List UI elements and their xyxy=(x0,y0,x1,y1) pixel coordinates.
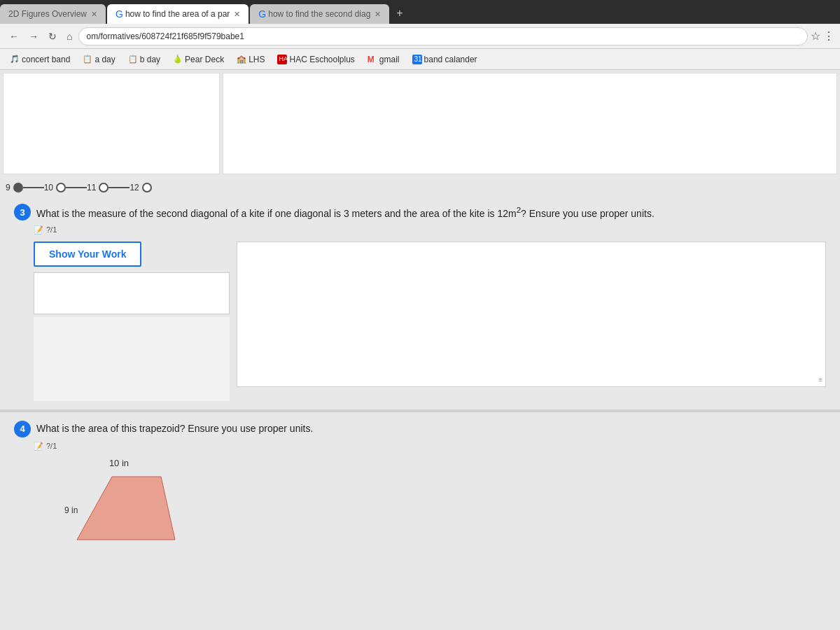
question-4-header: 4 What is the area of this trapezoid? En… xyxy=(14,421,826,438)
question-3-points: 📝 ?/1 xyxy=(34,225,826,234)
bookmark-gmail-label: gmail xyxy=(379,55,400,64)
trapezoid-svg: 9 in xyxy=(56,470,196,547)
page-dot-row: 9 10 11 12 xyxy=(6,183,152,192)
tab-area-label: how to find the area of a par xyxy=(125,9,230,19)
bookmark-b-day[interactable]: 📋 b day xyxy=(124,53,164,66)
q4-points-icon: 📝 xyxy=(34,442,43,451)
bookmark-lhs-label: LHS xyxy=(248,55,265,64)
question-3-suffix: ? Ensure you use proper units. xyxy=(521,208,654,219)
a-day-icon: 📋 xyxy=(83,55,92,64)
page-navigation: 9 10 11 12 xyxy=(0,177,840,195)
tab-diag-label: how to find the second diag xyxy=(268,9,370,19)
question-3-main-text: What is the measure of the second diagon… xyxy=(36,208,517,219)
top-left-image xyxy=(3,73,220,174)
tab-bar: 2D Figures Overview ✕ G how to find the … xyxy=(0,0,840,24)
points-icon: 📝 xyxy=(34,225,43,234)
page-line-10-11 xyxy=(66,187,87,188)
refresh-button[interactable]: ↻ xyxy=(45,29,60,43)
star-icon[interactable]: ☆ xyxy=(811,29,820,43)
tab-area-par[interactable]: G how to find the area of a par ✕ xyxy=(107,4,248,24)
tab-2d-close[interactable]: ✕ xyxy=(91,10,97,19)
question-4-number: 4 xyxy=(14,421,31,438)
bookmark-b-day-label: b day xyxy=(140,55,160,64)
svg-marker-0 xyxy=(77,477,175,540)
show-work-button[interactable]: Show Your Work xyxy=(34,241,141,267)
gmail-icon: M xyxy=(368,55,377,64)
page-num-11: 11 xyxy=(87,183,96,192)
top-right-image xyxy=(223,73,837,174)
forward-button[interactable]: → xyxy=(25,29,42,43)
tab-diag-close[interactable]: ✕ xyxy=(374,10,381,19)
trapezoid-side-label: 9 in xyxy=(64,505,78,515)
bookmark-lhs[interactable]: 🏫 LHS xyxy=(232,53,269,66)
question-4-points: 📝 ?/1 xyxy=(34,442,826,451)
page-line-11-12 xyxy=(108,187,130,188)
nav-bar: ← → ↻ ⌂ ☆ ⋮ xyxy=(0,24,840,49)
question-3-number: 3 xyxy=(14,204,31,220)
band-cal-icon: 31 xyxy=(412,55,422,64)
trapezoid-top-label: 10 in xyxy=(56,458,182,468)
bookmarks-bar: 🎵 concert band 📋 a day 📋 b day 🍐 Pear De… xyxy=(0,49,840,70)
lhs-icon: 🏫 xyxy=(237,55,246,64)
tab-2d-figures[interactable]: 2D Figures Overview ✕ xyxy=(0,4,106,24)
tab-second-diag[interactable]: G how to find the second diag ✕ xyxy=(250,4,389,24)
question-4-points-value: ?/1 xyxy=(46,442,57,450)
google-icon: G xyxy=(115,8,123,20)
question-3-header: 3 What is the measure of the second diag… xyxy=(14,204,826,221)
bookmark-pear-deck[interactable]: 🍐 Pear Deck xyxy=(169,53,228,66)
bookmark-concert-band[interactable]: 🎵 concert band xyxy=(6,53,74,66)
google-icon2: G xyxy=(258,8,266,20)
left-answer-box-top xyxy=(34,272,230,314)
bookmark-a-day-label: a day xyxy=(94,55,115,64)
page-dot-9[interactable] xyxy=(13,183,23,192)
home-button[interactable]: ⌂ xyxy=(63,29,76,43)
question-3-right-answer: ≡ xyxy=(237,241,826,401)
bookmark-gmail[interactable]: M gmail xyxy=(363,53,404,66)
page-dot-10[interactable] xyxy=(56,183,66,192)
address-bar[interactable] xyxy=(78,27,808,46)
question-3-block: 3 What is the measure of the second diag… xyxy=(0,195,840,410)
new-tab-button[interactable]: + xyxy=(391,4,408,22)
trapezoid-figure: 10 in 9 in xyxy=(56,458,826,549)
page-dot-12[interactable] xyxy=(142,183,152,192)
tab-2d-label: 2D Figures Overview xyxy=(8,9,87,19)
question-3-text: What is the measure of the second diagon… xyxy=(36,204,826,221)
hac-icon: HAC xyxy=(277,55,287,64)
page-num-9: 9 xyxy=(6,183,10,192)
question-3-points-value: ?/1 xyxy=(46,225,57,234)
page-num-12: 12 xyxy=(130,183,139,192)
browser-chrome: 2D Figures Overview ✕ G how to find the … xyxy=(0,0,840,70)
pear-deck-icon: 🍐 xyxy=(173,55,183,64)
question-3-answer-area: Show Your Work ≡ xyxy=(34,241,826,401)
menu-icon[interactable]: ⋮ xyxy=(823,29,834,43)
b-day-icon: 📋 xyxy=(128,55,138,64)
concert-band-icon: 🎵 xyxy=(10,55,20,64)
page-dot-11[interactable] xyxy=(99,183,108,192)
bookmark-pear-deck-label: Pear Deck xyxy=(185,55,224,64)
top-content-strip xyxy=(0,70,840,174)
question-4-block: 4 What is the area of this trapezoid? En… xyxy=(0,412,840,557)
bookmark-band-cal-label: band calander xyxy=(424,55,477,64)
page-line-9-10 xyxy=(23,187,44,188)
left-answer-box-bottom xyxy=(34,317,230,401)
back-button[interactable]: ← xyxy=(6,29,22,43)
question-4-text: What is the area of this trapezoid? Ensu… xyxy=(36,421,826,436)
bookmark-hac-label: HAC Eschoolplus xyxy=(289,55,354,64)
question-3-left-answer: Show Your Work xyxy=(34,241,230,401)
page-content: 9 10 11 12 3 What is the measure of the … xyxy=(0,70,840,630)
drag-handle-icon[interactable]: ≡ xyxy=(818,376,822,384)
tab-area-close[interactable]: ✕ xyxy=(234,10,240,19)
bookmark-a-day[interactable]: 📋 a day xyxy=(78,53,119,66)
bookmark-band-cal[interactable]: 31 band calander xyxy=(408,53,482,66)
page-num-10: 10 xyxy=(44,183,53,192)
right-answer-box[interactable]: ≡ xyxy=(237,241,826,387)
bookmark-concert-band-label: concert band xyxy=(22,55,70,64)
bookmark-hac[interactable]: HAC HAC Eschoolplus xyxy=(273,53,358,66)
